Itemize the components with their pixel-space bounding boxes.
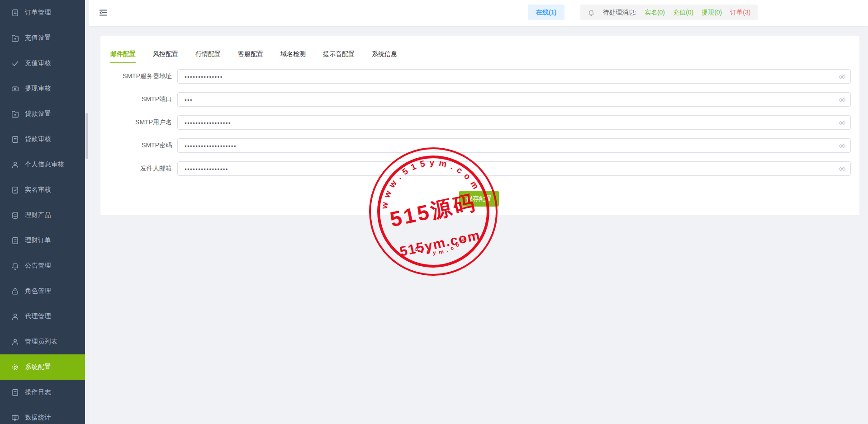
sidebar-item-label: 角色管理 — [25, 287, 51, 295]
sidebar-item-icon — [11, 414, 19, 422]
sidebar-item-label: 充值设置 — [25, 34, 51, 42]
watermark-subtitle: 515ym.com — [398, 227, 482, 259]
sidebar-item-label: 理财订单 — [25, 236, 51, 245]
online-badge[interactable]: 在线(1) — [528, 5, 564, 20]
sidebar-item-label: 贷款审核 — [25, 135, 51, 143]
field-masked-value: ••• — [185, 97, 193, 103]
field-input[interactable]: •••••••••••••• — [177, 69, 851, 84]
sidebar-item-wealth-products[interactable]: 理财产品 — [0, 203, 85, 228]
sidebar-item-icon — [11, 236, 19, 245]
sidebar-item-label: 操作日志 — [25, 388, 51, 396]
sidebar-item-system-config[interactable]: 系统配置 — [0, 354, 85, 380]
field-input[interactable]: •••••••••••••••• — [177, 161, 851, 176]
tab-email-config[interactable]: 邮件配置 — [110, 44, 136, 63]
eye-off-icon[interactable] — [838, 96, 846, 104]
eye-off-icon[interactable] — [838, 119, 846, 127]
field-input[interactable]: ••••••••••••••••• — [177, 115, 851, 130]
sidebar-menu: 订单管理 充值设置 充值审核 提现审核 — [0, 0, 85, 424]
pending-items: 实名(0) 充值(0) 提现(0) 订单(3) — [645, 9, 751, 17]
sidebar-item-loan-review[interactable]: 贷款审核 — [0, 127, 85, 152]
sidebar-item-order-management[interactable]: 订单管理 — [0, 0, 85, 25]
tab-risk-config[interactable]: 风控配置 — [153, 44, 178, 63]
admin-screen: 订单管理 充值设置 充值审核 提现审核 — [0, 0, 868, 424]
tab-market-config[interactable]: 行情配置 — [195, 44, 221, 63]
sidebar-item-data-statistics[interactable]: 数据统计 — [0, 405, 85, 424]
pending-link-withdrawal[interactable]: 提现(0) — [702, 9, 722, 17]
sidebar-item-wealth-orders[interactable]: 理财订单 — [0, 228, 85, 253]
sidebar-item-label: 提现审核 — [25, 85, 51, 93]
sidebar: 订单管理 充值设置 充值审核 提现审核 — [0, 0, 85, 424]
bell-icon — [588, 9, 595, 16]
tab-domain-check[interactable]: 域名检测 — [280, 44, 306, 63]
sidebar-item-label: 公告管理 — [25, 262, 51, 270]
sidebar-item-icon — [11, 59, 19, 68]
sidebar-item-icon — [11, 312, 19, 321]
sidebar-item-label: 理财产品 — [25, 211, 51, 219]
sidebar-scrollbar-track — [85, 0, 89, 424]
eye-off-icon[interactable] — [838, 142, 846, 150]
sidebar-item-agent-management[interactable]: 代理管理 — [0, 304, 85, 329]
field-label: SMTP密码 — [100, 141, 177, 150]
sidebar-item-role-management[interactable]: 角色管理 — [0, 278, 85, 304]
pending-link-realname[interactable]: 实名(0) — [645, 9, 665, 17]
topbar: 在线(1) 待处理消息: 实名(0) 充值(0) 提现(0) 订单(3) ZHA… — [89, 0, 868, 26]
svg-text:5 1 5 y m . c o m: 5 1 5 y m . c o m — [413, 235, 470, 261]
pending-messages-label: 待处理消息: — [603, 9, 636, 17]
pending-link-recharge[interactable]: 充值(0) — [673, 9, 693, 17]
sidebar-item-label: 管理员列表 — [25, 338, 58, 346]
field-masked-value: ••••••••••••••••• — [185, 120, 231, 126]
tab-service-config[interactable]: 客服配置 — [238, 44, 263, 63]
field-label: SMTP用户名 — [100, 118, 177, 127]
pending-link-order[interactable]: 订单(3) — [730, 9, 750, 17]
sidebar-item-icon — [11, 388, 19, 397]
sidebar-item-label: 订单管理 — [25, 9, 51, 17]
sidebar-item-recharge-settings[interactable]: 充值设置 — [0, 25, 85, 51]
form-row-smtp-password: SMTP密码 ••••••••••••••••••• — [100, 138, 859, 153]
field-label: SMTP服务器地址 — [100, 72, 177, 80]
tab-system-info[interactable]: 系统信息 — [372, 44, 397, 63]
form-row-smtp-username: SMTP用户名 ••••••••••••••••• — [100, 115, 859, 130]
tab-sound-config[interactable]: 提示音配置 — [323, 44, 355, 63]
sidebar-item-recharge-review[interactable]: 充值审核 — [0, 51, 85, 76]
sidebar-item-icon — [11, 186, 19, 194]
eye-off-icon[interactable] — [838, 165, 846, 173]
sidebar-item-icon — [11, 211, 19, 220]
save-config-button[interactable]: 保存配置 — [459, 191, 499, 207]
sidebar-item-label: 实名审核 — [25, 186, 51, 194]
sidebar-item-icon — [11, 262, 19, 270]
sidebar-item-label: 系统配置 — [25, 363, 51, 371]
field-masked-value: •••••••••••••••• — [185, 166, 228, 172]
sidebar-item-loan-settings[interactable]: 贷款设置 — [0, 101, 85, 127]
pending-messages-pill: 待处理消息: 实名(0) 充值(0) 提现(0) 订单(3) — [580, 5, 758, 20]
form-row-sender-email: 发件人邮箱 •••••••••••••••• — [100, 161, 859, 176]
sidebar-item-realname-review[interactable]: 实名审核 — [0, 177, 85, 203]
sidebar-item-icon — [11, 338, 19, 346]
field-label: SMTP端口 — [100, 95, 177, 104]
field-masked-value: •••••••••••••• — [185, 74, 223, 80]
sidebar-item-label: 充值审核 — [25, 59, 51, 67]
sidebar-item-withdrawal-review[interactable]: 提现审核 — [0, 76, 85, 101]
email-config-form: SMTP服务器地址 •••••••••••••• SMTP端口 ••• — [100, 69, 859, 176]
sidebar-scrollbar-thumb[interactable] — [85, 113, 88, 159]
sidebar-item-icon — [11, 363, 19, 372]
sidebar-item-personal-info-review[interactable]: 个人信息审核 — [0, 152, 85, 177]
form-row-smtp-host: SMTP服务器地址 •••••••••••••• — [100, 69, 859, 84]
sidebar-item-announcement-management[interactable]: 公告管理 — [0, 253, 85, 278]
sidebar-item-label: 贷款设置 — [25, 110, 51, 118]
sidebar-item-icon — [11, 135, 19, 144]
field-label: 发件人邮箱 — [100, 165, 177, 173]
form-row-smtp-port: SMTP端口 ••• — [100, 92, 859, 107]
sidebar-item-icon — [11, 85, 19, 93]
sidebar-collapse-button[interactable] — [96, 6, 110, 19]
eye-off-icon[interactable] — [838, 73, 846, 81]
sidebar-item-admin-list[interactable]: 管理员列表 — [0, 329, 85, 354]
watermark-arc-bottom-text: 5 1 5 y m . c o m — [413, 235, 470, 261]
field-input[interactable]: ••• — [177, 92, 851, 107]
sidebar-item-label: 个人信息审核 — [25, 160, 64, 169]
sidebar-item-icon — [11, 287, 19, 296]
sidebar-item-icon — [11, 160, 19, 169]
field-input[interactable]: ••••••••••••••••••• — [177, 138, 851, 153]
settings-card: 邮件配置 风控配置 行情配置 客服配置 域名检测 提示音配置 系统信息 SMTP… — [100, 36, 859, 215]
sidebar-item-icon — [11, 9, 19, 17]
sidebar-item-operation-log[interactable]: 操作日志 — [0, 380, 85, 405]
